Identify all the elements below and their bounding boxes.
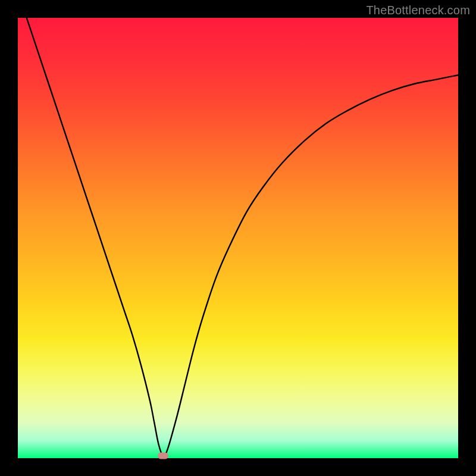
watermark-text: TheBottleneck.com <box>366 4 470 17</box>
plot-area <box>18 18 458 458</box>
bottleneck-curve <box>18 18 458 458</box>
optimal-point-marker <box>158 453 168 459</box>
chart-frame: TheBottleneck.com <box>0 0 476 476</box>
